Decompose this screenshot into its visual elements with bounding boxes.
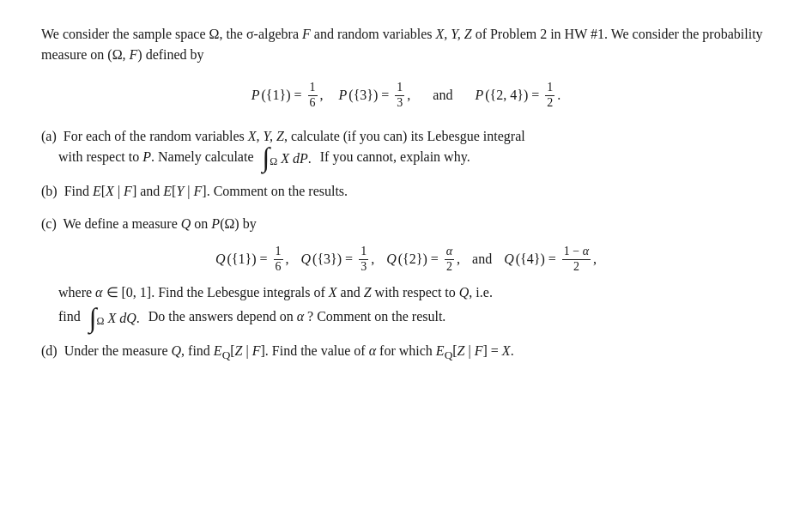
p24-numerator: 1 [545,81,554,96]
q2-expression: Q({2}) = α 2 , [386,245,460,275]
q2-fraction: α 2 [445,245,454,275]
q1-expression: Q({1}) = 1 6 , [215,245,289,275]
integrand-c: X dQ [107,308,136,329]
part-c-text2: where α ∈ [0, 1]. Find the Lebesgue inte… [58,285,493,300]
intro-text: We consider the sample space Ω, the σ-al… [41,27,763,62]
p3-fraction: 1 3 [395,81,404,111]
part-c-text4: Do the answers depend on α ? Comment on … [145,309,446,324]
part-a-text: (a) For each of the random variables X, … [41,126,771,147]
probability-definition: P({1}) = 1 6 , P({3}) = 1 3 , and P({2, … [41,81,771,111]
part-c-line1: (c) We define a measure Q on P(Ω) by [41,214,771,234]
part-c-label: (c) [41,216,60,231]
q3-expression: Q({3}) = 1 3 , [301,245,375,275]
part-a-line2: with respect to P. Namely calculate ∫ Ω … [58,147,771,169]
part-a-label: (a) [41,129,60,143]
q2-denominator: 2 [445,260,454,275]
part-c-find: find ∫ Ω X dQ. Do the answers depend on … [58,306,771,329]
part-c-where: where α ∈ [0, 1]. Find the Lebesgue inte… [58,282,771,303]
intro-paragraph: We consider the sample space Ω, the σ-al… [41,24,771,65]
p24-expression: P({2, 4}) = 1 2 . [475,81,561,111]
part-d-text: Under the measure Q, find EQ[Z | F]. Fin… [64,343,514,358]
and-connector-2: and [472,249,492,270]
p3-denominator: 3 [395,96,404,111]
q2-numerator: α [445,245,454,260]
part-a: (a) For each of the random variables X, … [41,126,771,169]
part-c-text1: We define a measure Q on P(Ω) by [63,216,256,231]
p1-fraction: 1 6 [308,81,318,111]
p1-denominator: 6 [308,96,318,111]
part-b: (b) Find E[X | F] and E[Y | F]. Comment … [41,181,771,202]
q-definition: Q({1}) = 1 6 , Q({3}) = 1 3 , [41,245,771,275]
q3-fraction: 1 3 [359,245,368,275]
p1-expression: P({1}) = 1 6 , [251,81,324,111]
main-content: We consider the sample space Ω, the σ-al… [41,24,771,377]
integral-sub-a: Ω [270,154,277,169]
part-c-text3: find [58,309,84,324]
integral-expression-a: ∫ Ω X dP. [262,147,311,169]
p3-expression: P({3}) = 1 3 , [339,81,411,111]
q4-expression: Q({4}) = 1 − α 2 , [504,245,597,275]
p24-fraction: 1 2 [545,81,554,111]
q1-numerator: 1 [274,245,283,260]
q1-fraction: 1 6 [274,245,283,275]
q4-denominator: 2 [572,260,581,275]
q4-numerator: 1 − α [562,245,591,260]
and-connector-1: and [426,85,459,106]
part-d-label: (d) [41,343,61,358]
integral-symbol-c: ∫ [89,307,97,330]
p1-numerator: 1 [308,81,318,96]
integral-symbol-a: ∫ [262,147,270,169]
integral-expression-c: ∫ Ω X dQ. [89,307,140,330]
part-a-text2: with respect to P. Namely calculate [58,149,257,164]
q3-denominator: 3 [359,260,368,275]
part-a-text1: For each of the random variables X, Y, Z… [64,129,525,143]
part-b-label: (b) [41,184,61,198]
q3-numerator: 1 [359,245,368,260]
part-c: (c) We define a measure Q on P(Ω) by Q({… [41,214,771,330]
q1-denominator: 6 [274,260,283,275]
part-d: (d) Under the measure Q, find EQ[Z | F].… [41,341,771,364]
integrand-a: X dP [281,148,308,169]
p3-numerator: 1 [395,81,404,96]
part-b-text: Find E[X | F] and E[Y | F]. Comment on t… [64,184,348,198]
part-a-text3: If you cannot, explain why. [317,149,470,164]
p24-denominator: 2 [545,96,554,111]
integral-sub-c: Ω [97,313,105,329]
q4-fraction: 1 − α 2 [562,245,591,275]
